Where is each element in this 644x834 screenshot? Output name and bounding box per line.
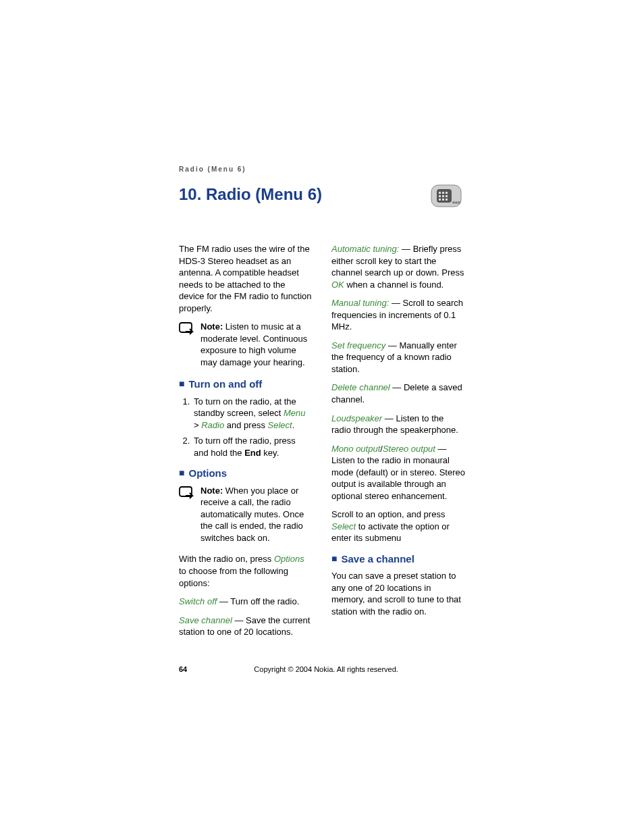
page-footer: 64 Copyright © 2004 Nokia. All rights re… xyxy=(179,665,465,673)
chapter-title: 10. Radio (Menu 6) xyxy=(179,185,322,204)
note-text: Note: Listen to music at a moderate leve… xyxy=(200,321,313,368)
radio-menu-icon xyxy=(427,182,465,209)
section-heading-turn: ■Turn on and off xyxy=(179,377,313,391)
paragraph: With the radio on, press Options to choo… xyxy=(179,553,313,589)
svg-point-11 xyxy=(452,201,455,204)
option-item: Loudspeaker — Listen to the radio throug… xyxy=(331,413,465,436)
svg-rect-6 xyxy=(442,195,444,197)
intro-paragraph: The FM radio uses the wire of the HDS-3 … xyxy=(179,243,313,314)
svg-rect-15 xyxy=(180,487,192,496)
document-page: Radio (Menu 6) 10. Radio (Menu 6) The FM… xyxy=(0,0,644,834)
svg-point-12 xyxy=(455,201,458,204)
svg-rect-9 xyxy=(442,199,444,201)
svg-rect-10 xyxy=(446,199,448,201)
body-columns: The FM radio uses the wire of the HDS-3 … xyxy=(179,243,465,645)
paragraph: You can save a preset station to any one… xyxy=(331,570,465,617)
note-block: Note: When you place or receive a call, … xyxy=(179,485,313,544)
page-number: 64 xyxy=(179,665,187,673)
svg-rect-4 xyxy=(446,192,448,194)
note-text: Note: When you place or receive a call, … xyxy=(200,485,313,544)
svg-point-13 xyxy=(458,201,460,204)
list-item: To turn off the radio, press and hold th… xyxy=(192,435,313,459)
option-item: Manual tuning: — Scroll to search freque… xyxy=(331,297,465,333)
svg-rect-2 xyxy=(439,192,441,194)
copyright-text: Copyright © 2004 Nokia. All rights reser… xyxy=(187,665,465,673)
column-left: The FM radio uses the wire of the HDS-3 … xyxy=(179,243,313,645)
title-row: 10. Radio (Menu 6) xyxy=(179,185,465,209)
svg-rect-3 xyxy=(442,192,444,194)
svg-rect-8 xyxy=(439,199,441,201)
option-item: Set frequency — Manually enter the frequ… xyxy=(331,340,465,375)
svg-rect-5 xyxy=(439,195,441,197)
note-arrow-icon xyxy=(179,321,195,368)
option-item: Automatic tuning: — Briefly press either… xyxy=(331,243,465,290)
option-item: Switch off — Turn off the radio. xyxy=(179,596,313,608)
running-header: Radio (Menu 6) xyxy=(179,165,465,173)
paragraph: Scroll to an option, and press Select to… xyxy=(331,509,465,544)
section-heading-options: ■Options xyxy=(179,467,313,480)
option-item: Delete channel — Delete a saved channel. xyxy=(331,382,465,405)
column-right: Automatic tuning: — Briefly press either… xyxy=(331,243,465,645)
option-item: Mono output/Stereo output — Listen to th… xyxy=(331,443,465,502)
note-block: Note: Listen to music at a moderate leve… xyxy=(179,321,313,368)
section-heading-save: ■Save a channel xyxy=(331,552,465,566)
list-item: To turn on the radio, at the standby scr… xyxy=(192,396,313,432)
svg-rect-7 xyxy=(446,195,448,197)
option-item: Save channel — Save the current station … xyxy=(179,615,313,638)
turn-on-off-steps: To turn on the radio, at the standby scr… xyxy=(179,396,313,459)
svg-rect-14 xyxy=(180,323,192,332)
note-arrow-icon xyxy=(179,485,195,544)
